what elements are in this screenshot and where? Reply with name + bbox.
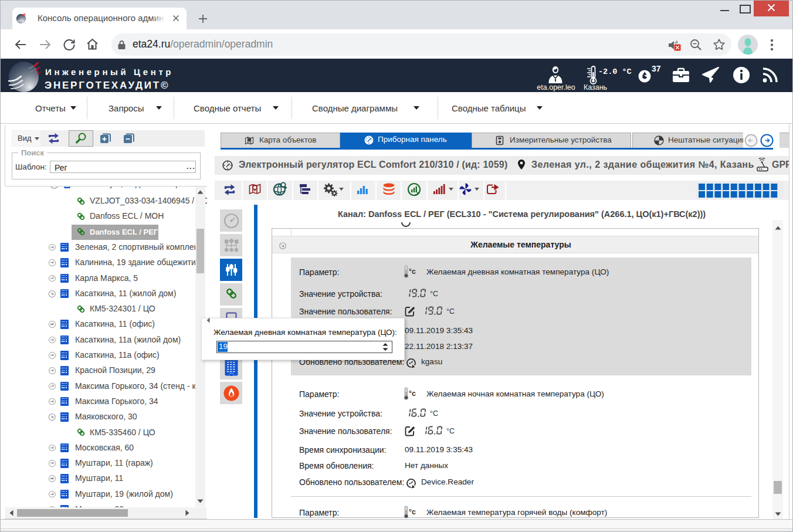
svg-text:°c: °c bbox=[409, 267, 416, 276]
svg-text:°c: °c bbox=[409, 389, 416, 398]
svg-text:°c: °c bbox=[409, 508, 416, 516]
